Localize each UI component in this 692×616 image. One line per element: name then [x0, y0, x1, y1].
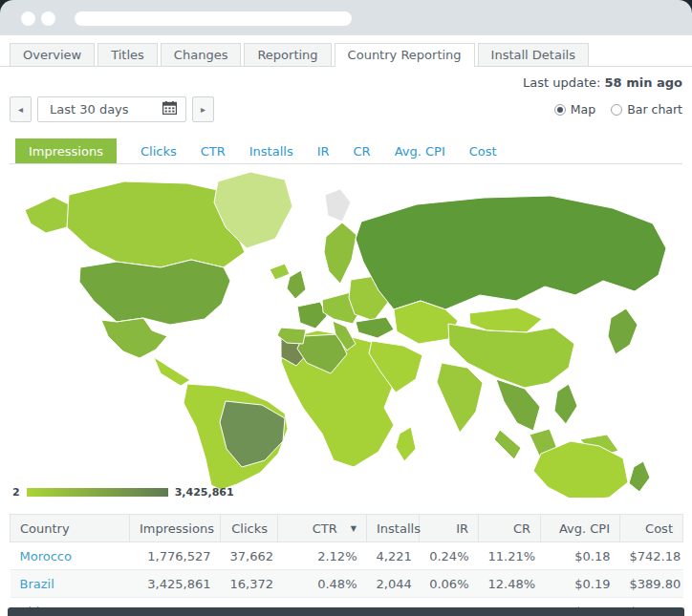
metric-tab-ir[interactable]: IR — [317, 138, 330, 163]
bottom-frame-bar — [8, 607, 684, 616]
map-legend: 2 3,425,861 — [12, 486, 234, 499]
cell-impressions: 1,776,527 — [130, 542, 221, 570]
col-ctr[interactable]: CTR ▼ — [278, 515, 367, 542]
col-cr[interactable]: CR — [479, 515, 541, 542]
cell-cost: $389.80 — [620, 570, 683, 598]
metric-tab-impressions[interactable]: Impressions — [15, 138, 117, 163]
tab-reporting[interactable]: Reporting — [244, 43, 331, 66]
cell-ctr: 2.12% — [278, 542, 367, 570]
table-row-brazil: Brazil 3,425,861 16,372 0.48% 2,044 0.06… — [11, 570, 683, 598]
view-toggle: Map Bar chart — [554, 102, 682, 117]
cell-impressions: 3,425,861 — [130, 570, 221, 598]
metric-tab-bar: Impressions Clicks CTR Installs IR CR Av… — [10, 138, 682, 164]
metric-tab-cost[interactable]: Cost — [469, 138, 497, 163]
country-link-brazil[interactable]: Brazil — [20, 577, 54, 591]
browser-chrome — [0, 0, 692, 35]
tab-country-reporting[interactable]: Country Reporting — [335, 43, 475, 67]
cell-ctr: 0.48% — [278, 570, 367, 598]
chevron-right-icon: ▸ — [201, 104, 205, 115]
radio-unselected-icon — [611, 104, 622, 116]
col-clicks[interactable]: Clicks — [221, 515, 278, 542]
last-update: Last update: 58 min ago — [10, 67, 682, 90]
cell-ir: 0.06% — [420, 570, 479, 598]
tab-overview[interactable]: Overview — [10, 43, 95, 66]
date-next-button[interactable]: ▸ — [192, 96, 214, 122]
col-avg-cpi[interactable]: Avg. CPI — [541, 515, 620, 542]
map-region-mexico[interactable] — [101, 318, 167, 358]
map-region-scandinavia[interactable] — [324, 223, 357, 284]
map-region-philippines[interactable] — [554, 384, 577, 424]
date-range-nav: ◂ Last 30 days — [10, 96, 214, 122]
radio-map-label: Map — [571, 102, 595, 117]
map-region-russia[interactable] — [356, 196, 666, 309]
legend-max: 3,425,861 — [175, 486, 234, 499]
col-impressions[interactable]: Impressions — [130, 515, 221, 542]
last-update-label: Last update: — [523, 75, 600, 90]
tab-install-details[interactable]: Install Details — [478, 43, 589, 66]
map-region-madagascar[interactable] — [396, 427, 416, 461]
metric-tab-cr[interactable]: CR — [354, 138, 371, 163]
map-region-alaska[interactable] — [25, 197, 73, 233]
col-ctr-label: CTR — [313, 521, 337, 536]
legend-gradient-bar — [27, 488, 168, 497]
date-range-select[interactable]: Last 30 days — [37, 96, 186, 122]
radio-map[interactable]: Map — [554, 102, 595, 117]
window-dot-icon — [21, 11, 35, 26]
cell-ir: 0.24% — [420, 542, 479, 570]
map-region-turkey[interactable] — [356, 317, 394, 338]
map-region-iceland[interactable] — [270, 264, 290, 280]
col-cost[interactable]: Cost — [620, 515, 683, 542]
chevron-left-icon: ◂ — [18, 104, 23, 115]
date-prev-button[interactable]: ◂ — [10, 96, 32, 122]
last-update-value: 58 min ago — [605, 75, 682, 90]
map-region-japan[interactable] — [608, 308, 638, 354]
radio-bar-chart[interactable]: Bar chart — [611, 102, 682, 117]
cell-cr: 11.21% — [479, 542, 541, 570]
metric-tab-installs[interactable]: Installs — [249, 138, 293, 163]
map-region-usa[interactable] — [79, 260, 230, 325]
radio-bar-chart-label: Bar chart — [627, 102, 682, 117]
sort-desc-icon[interactable]: ▼ — [351, 524, 357, 533]
col-installs[interactable]: Installs — [367, 515, 420, 542]
map-region-svalbard[interactable] — [325, 189, 351, 222]
address-bar — [75, 11, 352, 26]
table-row-morocco: Morocco 1,776,527 37,662 2.12% 4,221 0.2… — [11, 542, 683, 570]
calendar-icon — [162, 101, 177, 117]
map-region-mongolia[interactable] — [469, 308, 542, 332]
cell-clicks: 37,662 — [221, 542, 278, 570]
tab-titles[interactable]: Titles — [97, 43, 158, 66]
cell-installs: 2,044 — [367, 570, 420, 598]
world-map: 2 3,425,861 — [10, 168, 682, 508]
col-ir[interactable]: IR — [420, 515, 479, 542]
map-region-india[interactable] — [437, 363, 483, 433]
metric-tab-avg-cpi[interactable]: Avg. CPI — [395, 138, 445, 163]
table-header-row: Country Impressions Clicks CTR ▼ Install… — [11, 515, 683, 542]
cell-cost: $742.18 — [620, 542, 683, 570]
cell-cr: 12.48% — [479, 570, 541, 598]
metric-tab-ctr[interactable]: CTR — [201, 138, 226, 163]
legend-min: 2 — [12, 486, 20, 499]
cell-avg-cpi: $0.19 — [541, 570, 620, 598]
date-range-value: Last 30 days — [50, 102, 129, 117]
country-table: Country Impressions Clicks CTR ▼ Install… — [10, 514, 683, 616]
nav-tab-bar: Overview Titles Changes Reporting Countr… — [0, 35, 692, 67]
map-region-central-america[interactable] — [154, 357, 190, 386]
map-region-indochina[interactable] — [496, 379, 540, 431]
map-region-new-zealand[interactable] — [629, 461, 650, 492]
cell-installs: 4,221 — [367, 542, 420, 570]
map-region-sumatra[interactable] — [494, 430, 521, 459]
tab-changes[interactable]: Changes — [161, 43, 242, 66]
metric-tab-clicks[interactable]: Clicks — [141, 138, 177, 163]
radio-selected-icon — [554, 104, 566, 116]
cell-clicks: 16,372 — [221, 570, 278, 598]
col-country[interactable]: Country — [11, 515, 130, 542]
cell-avg-cpi: $0.18 — [541, 542, 620, 570]
window-dot-icon — [41, 11, 55, 26]
country-link-morocco[interactable]: Morocco — [20, 549, 72, 563]
